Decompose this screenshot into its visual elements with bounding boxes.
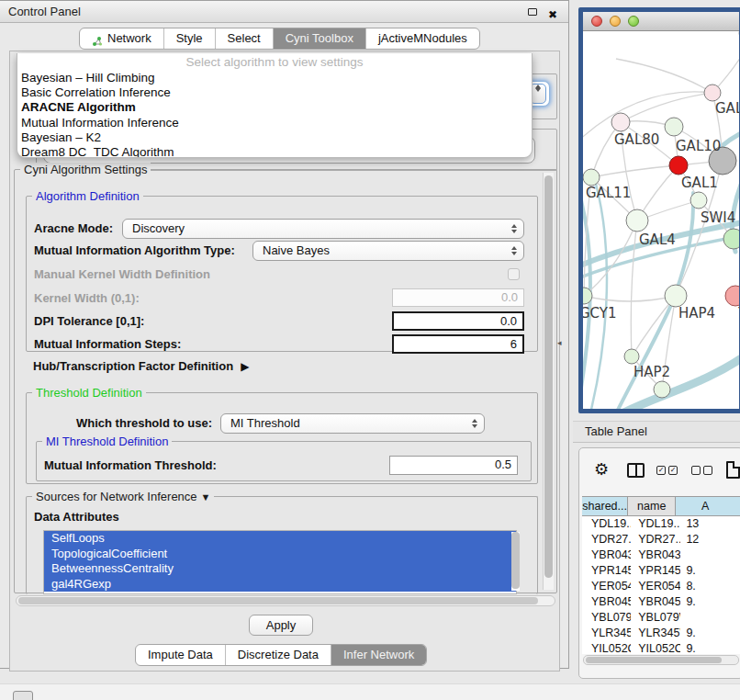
table-cell: 9. [680, 626, 740, 641]
node-green-right[interactable] [723, 229, 739, 249]
table-cell [680, 548, 740, 563]
table-row[interactable]: YDR27...YDR27...12 [582, 532, 740, 548]
table-cell: YBR045C [631, 594, 680, 610]
table-cell: YER054C [582, 579, 631, 594]
column-header-a[interactable]: A [676, 497, 740, 515]
node-gal-clipped[interactable] [704, 85, 721, 101]
node-label-gcy1: GCY1 [583, 305, 617, 322]
algorithm-option-aracne-algorithm[interactable]: ARACNE Algorithm [17, 100, 532, 115]
sources-group-title[interactable]: Sources for Network Inference▼ [32, 490, 214, 503]
zoom-traffic-light-icon[interactable] [628, 16, 639, 27]
control-panel-title: Control Panel [8, 5, 81, 18]
which-threshold-combo[interactable]: MI Threshold [220, 413, 485, 434]
table-row[interactable]: YPR145WYPR145W9. [582, 563, 740, 579]
column-header-shared[interactable]: shared... [582, 497, 628, 515]
algorithm-option-bayesian-k2[interactable]: Bayesian – K2 [17, 130, 532, 145]
table-header-row: shared...nameA [582, 496, 740, 516]
gear-icon[interactable]: ⚙ [594, 459, 609, 480]
network-view-window: GALGAL80GAL10GAL1GAL11SWI4GAL4GCY1HAP4YH… [578, 7, 740, 413]
table-row[interactable]: YLR345WYLR345W9. [582, 626, 740, 641]
data-attributes-list[interactable]: SelfLoopsTopologicalCoefficientBetweenne… [43, 530, 517, 594]
table-horizontal-scrollbar[interactable] [583, 655, 739, 665]
node-gal11[interactable] [583, 169, 600, 186]
table-row[interactable]: YER054CYER054C8. [582, 579, 740, 594]
scrollbar-thumb[interactable] [544, 175, 553, 578]
table-row[interactable]: YIL052CYIL052C9. [582, 641, 740, 654]
node-gal80[interactable] [611, 113, 630, 131]
settings-vertical-scrollbar[interactable] [543, 173, 554, 590]
dpi-tolerance-field[interactable]: 0.0 [392, 311, 524, 331]
algorithm-option-bayesian-hill-climbing[interactable]: Bayesian – Hill Climbing [17, 71, 532, 85]
mi-threshold-definition-title: MI Threshold Definition [42, 435, 172, 448]
table-row[interactable]: YDL19...YDL19...13 [582, 516, 740, 532]
tab-style[interactable]: Style [163, 28, 215, 49]
table-row[interactable]: YBL079WYBL079W [582, 610, 740, 626]
cyni-algorithm-settings-group: Cyni Algorithm Settings Algorithm Defini… [14, 169, 557, 593]
attributes-list-scrollbar[interactable] [511, 532, 520, 591]
tab-discretize-data[interactable]: Discretize Data [225, 645, 331, 665]
table-cell: YER054C [631, 579, 680, 594]
network-window-titlebar[interactable] [583, 12, 739, 31]
table-row[interactable]: YBR043CYBR043C [582, 548, 740, 563]
minimized-frame-icon[interactable] [13, 691, 33, 700]
table-cell: YIL052C [631, 641, 680, 654]
apply-button[interactable]: Apply [249, 615, 313, 636]
minimize-traffic-light-icon[interactable] [610, 16, 621, 27]
table-cell: 9. [680, 594, 740, 610]
hub-definition-expander[interactable]: Hub/Transcription Factor Definition▶ [33, 359, 249, 373]
node-hap4[interactable] [665, 285, 687, 307]
control-panel-tabs: NetworkStyleSelectCyni ToolboxjActiveMNo… [79, 28, 480, 50]
new-table-icon[interactable] [726, 461, 740, 479]
mi-threshold-field[interactable]: 0.5 [389, 456, 518, 475]
attr-item-selfloops[interactable]: SelfLoops [44, 531, 516, 547]
algorithm-option-dream8-dc-tdc-algorithm[interactable]: Dream8 DC_TDC Algorithm [17, 145, 532, 158]
tab-infer-network[interactable]: Infer Network [331, 645, 426, 665]
column-header-name[interactable]: name [628, 497, 676, 515]
desktop-bottom-strip [0, 683, 740, 700]
scrollbar-thumb[interactable] [586, 657, 722, 663]
node-swi4[interactable] [690, 192, 707, 209]
algorithm-option-basic-correlation-inference[interactable]: Basic Correlation Inference [17, 85, 532, 100]
manual-kernel-checkbox[interactable] [508, 268, 520, 280]
mi-steps-field[interactable]: 6 [392, 334, 524, 354]
node-label-gal80: GAL80 [614, 131, 659, 148]
table-cell [680, 610, 740, 626]
close-icon[interactable]: ✖ [548, 5, 557, 26]
deselect-attributes-icon[interactable] [691, 466, 712, 475]
combo-stepper-icon [511, 224, 517, 233]
network-canvas[interactable]: GALGAL80GAL10GAL1GAL11SWI4GAL4GCY1HAP4YH… [583, 31, 739, 409]
close-traffic-light-icon[interactable] [591, 16, 602, 27]
algorithm-option-mutual-information-inference[interactable]: Mutual Information Inference [17, 116, 532, 130]
algorithm-dropdown-popup: Select algorithm to view settings Bayesi… [17, 53, 533, 158]
columns-icon[interactable] [627, 463, 645, 478]
attr-item-betweennesscentrality[interactable]: BetweennessCentrality [44, 561, 516, 577]
attr-item-gal4rgexp[interactable]: gal4RGexp [44, 577, 516, 593]
tab-select[interactable]: Select [215, 28, 273, 49]
node-pink-right[interactable] [725, 286, 739, 306]
mi-type-combo[interactable]: Naive Bayes [252, 241, 524, 261]
float-window-icon[interactable] [528, 8, 537, 16]
node-gal1[interactable] [669, 156, 688, 175]
node-gal4[interactable] [626, 209, 648, 231]
control-panel-titlebar: Control Panel ✖ [0, 1, 568, 23]
tab-jactivemnodules[interactable]: jActiveMNodules [365, 28, 479, 49]
collapse-down-icon: ▼ [201, 491, 211, 502]
network-icon [92, 33, 103, 44]
tab-network[interactable]: Network [80, 28, 163, 49]
node-gal10[interactable] [665, 118, 683, 136]
table-cell: 12 [680, 532, 740, 548]
scrollbar-thumb[interactable] [18, 597, 538, 604]
table-cell: YDR27... [582, 532, 631, 548]
table-cell: 9. [680, 563, 740, 579]
tab-cyni-toolbox[interactable]: Cyni Toolbox [273, 28, 365, 49]
panel-splitter-arrow[interactable]: ◂ [557, 338, 562, 347]
select-attributes-icon[interactable]: ✓✓ [656, 466, 678, 475]
attr-item-topologicalcoefficient[interactable]: TopologicalCoefficient [44, 547, 516, 562]
node-label-hap4: HAP4 [678, 305, 715, 322]
aracne-mode-combo[interactable]: Discovery [122, 219, 524, 239]
table-row[interactable]: YBR045CYBR045C9. [582, 594, 740, 610]
node-hap2[interactable] [624, 349, 639, 364]
node-bottom-node[interactable] [654, 381, 670, 398]
settings-horizontal-scrollbar[interactable] [16, 595, 555, 606]
tab-impute-data[interactable]: Impute Data [136, 645, 225, 665]
